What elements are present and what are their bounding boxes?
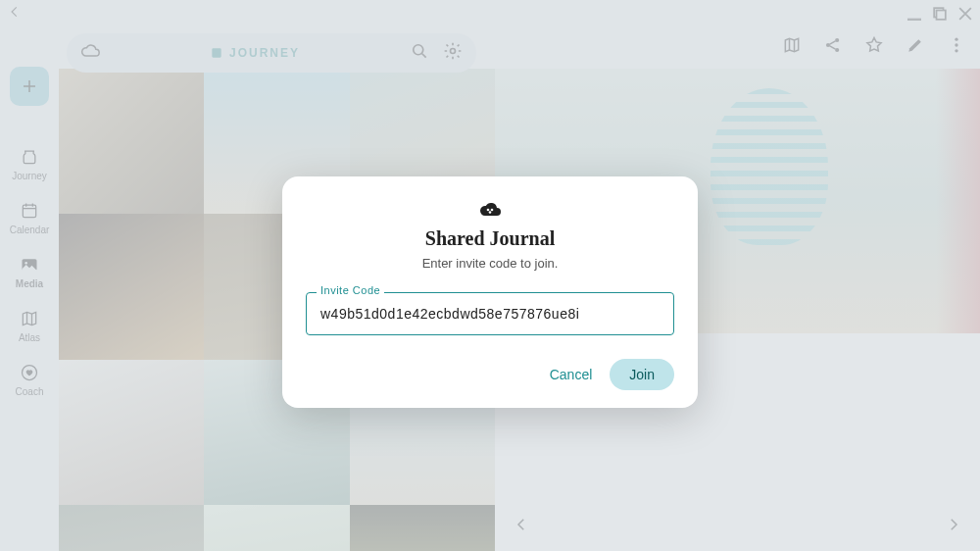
shared-journal-dialog: Shared Journal Enter invite code to join…: [282, 176, 698, 408]
invite-code-field[interactable]: Invite Code: [306, 292, 674, 335]
shared-cloud-icon: [306, 198, 674, 218]
dialog-title: Shared Journal: [306, 227, 674, 250]
dialog-subtitle: Enter invite code to join.: [306, 256, 674, 271]
invite-code-legend: Invite Code: [317, 284, 384, 296]
invite-code-input[interactable]: [318, 305, 665, 323]
svg-point-18: [489, 211, 492, 214]
svg-point-17: [491, 209, 494, 212]
join-button[interactable]: Join: [610, 359, 674, 390]
cancel-button[interactable]: Cancel: [550, 367, 593, 382]
svg-point-16: [487, 209, 490, 212]
